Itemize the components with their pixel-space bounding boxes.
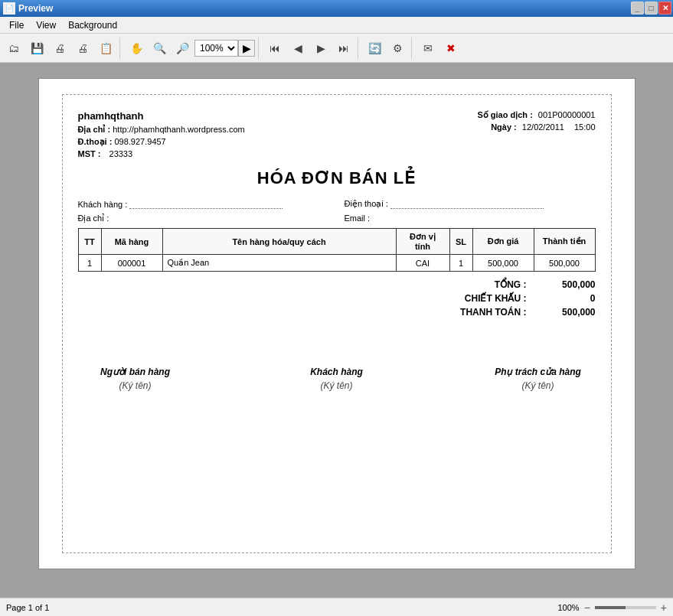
- document: phamhqthanh Địa chỉ : http://phamhqthanh…: [38, 78, 635, 569]
- cell-ma-hang: 000001: [101, 255, 162, 272]
- total-thanhtoan-row: THANH TOÁN : 500,000: [443, 307, 596, 318]
- phone-label: Đ.thoại :: [78, 137, 113, 146]
- invoice-title: HÓA ĐƠN BÁN LẺ: [78, 168, 596, 188]
- sig-subtitle: (Ký tên): [481, 380, 596, 391]
- first-page-button[interactable]: ⏮: [264, 37, 286, 59]
- signatures-section: Người bán hàng (Ký tên) Khách hàng (Ký t…: [78, 367, 596, 391]
- date-value: 12/02/2011: [522, 122, 564, 132]
- save-button[interactable]: 💾: [26, 37, 47, 59]
- thanhtoan-value: 500,000: [534, 307, 596, 318]
- transaction-row: Số giao dịch : 001P00000001: [477, 110, 595, 120]
- total-chietkhau-row: CHIẾT KHẤU : 0: [443, 293, 596, 304]
- customer-section2: Địa chỉ : Email :: [78, 213, 596, 223]
- thanhtoan-label: THANH TOÁN :: [443, 307, 534, 318]
- address-value: http://phamhqthanh.wordpress.com: [113, 125, 244, 134]
- time-value: 15:00: [574, 122, 596, 132]
- minimize-button[interactable]: _: [631, 2, 644, 15]
- col-don-vi: Đơn vị tính: [396, 229, 449, 255]
- table-header-row: TT Mã hàng Tên hàng hóa/quy cách Đơn vị …: [78, 229, 595, 255]
- zoom-increase-button[interactable]: +: [661, 601, 667, 614]
- zoom-slider-fill: [595, 606, 626, 609]
- menu-background[interactable]: Background: [62, 18, 123, 32]
- sig-title: Khách hàng: [279, 367, 394, 377]
- email-label: Email :: [345, 213, 371, 223]
- transaction-info: Số giao dịch : 001P00000001 Ngày : 12/02…: [477, 110, 595, 161]
- signature-block: Người bán hàng (Ký tên): [78, 367, 193, 391]
- close-button[interactable]: ✕: [658, 2, 671, 15]
- email-button[interactable]: ✉: [417, 37, 439, 59]
- col-thanh-tien: Thành tiền: [534, 229, 595, 255]
- table-row: 1 000001 Quần Jean CAI 1 500,000 500,000: [78, 255, 595, 272]
- address-row: Địa chỉ : http://phamhqthanh.wordpress.c…: [78, 125, 478, 135]
- customer-section: Khách hàng : Điện thoại :: [78, 199, 596, 209]
- col-ma-hang: Mã hàng: [101, 229, 162, 255]
- phone-value: 098.927.9457: [114, 137, 165, 146]
- customer-phone-field: [390, 199, 544, 209]
- zoom-out-button[interactable]: 🔎: [172, 37, 193, 59]
- status-bar: Page 1 of 1 100% − +: [0, 598, 673, 616]
- chietkhau-label: CHIẾT KHẤU :: [443, 293, 534, 304]
- separator4: [411, 37, 414, 59]
- customer-label: Khách hàng :: [78, 200, 128, 209]
- invoice-table: TT Mã hàng Tên hàng hóa/quy cách Đơn vị …: [78, 228, 596, 272]
- maximize-button[interactable]: □: [645, 2, 658, 15]
- separator3: [358, 37, 361, 59]
- menu-bar: File View Background: [0, 17, 673, 34]
- company-name: phamhqthanh: [78, 110, 478, 122]
- sig-title: Phụ trách cửa hàng: [481, 367, 596, 377]
- settings-button[interactable]: ⚙: [387, 37, 408, 59]
- col-ten-hang: Tên hàng hóa/quy cách: [162, 229, 396, 255]
- phone-row: Đ.thoại : 098.927.9457: [78, 137, 478, 147]
- cell-sl: 1: [449, 255, 472, 272]
- window-controls: _ □ ✕: [631, 2, 671, 15]
- zoom-decrease-button[interactable]: −: [584, 601, 590, 614]
- totals-table: TỔNG : 500,000 CHIẾT KHẤU : 0 THANH TOÁN…: [443, 279, 596, 321]
- zoom-apply-button[interactable]: ▶: [238, 40, 255, 57]
- menu-file[interactable]: File: [3, 18, 30, 32]
- window-title: Preview: [18, 3, 53, 14]
- main-area: phamhqthanh Địa chỉ : http://phamhqthanh…: [0, 63, 673, 598]
- app-icon: 📄: [3, 2, 15, 15]
- toolbar: 🗂 💾 🖨 🖨 📋 ✋ 🔍 🔎 100% 75% 150% 200% ▶ ⏮ ◀…: [0, 34, 673, 63]
- separator2: [258, 37, 261, 59]
- cell-tt: 1: [78, 255, 101, 272]
- address2-label: Địa chỉ :: [78, 213, 109, 223]
- open-file-button[interactable]: 🗂: [3, 37, 25, 59]
- zoom-slider[interactable]: [595, 606, 656, 609]
- toolbar-btn5[interactable]: 📋: [95, 37, 116, 59]
- header-section: phamhqthanh Địa chỉ : http://phamhqthanh…: [78, 110, 596, 161]
- date-label: Ngày :: [491, 122, 517, 132]
- signature-block: Phụ trách cửa hàng (Ký tên): [481, 367, 596, 391]
- totals-section: TỔNG : 500,000 CHIẾT KHẤU : 0 THANH TOÁN…: [78, 279, 596, 321]
- address-label: Địa chỉ :: [78, 125, 111, 134]
- prev-page-button[interactable]: ◀: [287, 37, 309, 59]
- company-info: phamhqthanh Địa chỉ : http://phamhqthanh…: [78, 110, 478, 161]
- customer-address-left: Địa chỉ :: [78, 213, 329, 223]
- sig-subtitle: (Ký tên): [78, 380, 193, 391]
- transaction-label: Số giao dịch :: [477, 110, 532, 119]
- cell-thanh-tien: 500,000: [534, 255, 595, 272]
- next-page-button[interactable]: ▶: [310, 37, 332, 59]
- phone2-label: Điện thoại :: [345, 199, 388, 208]
- customer-left: Khách hàng :: [78, 199, 329, 209]
- mst-row: MST : 23333: [78, 149, 478, 158]
- menu-view[interactable]: View: [30, 18, 62, 32]
- refresh-button[interactable]: 🔄: [364, 37, 385, 59]
- print-button[interactable]: 🖨: [72, 37, 93, 59]
- date-row: Ngày : 12/02/2011 15:00: [477, 122, 595, 132]
- last-page-button[interactable]: ⏭: [333, 37, 354, 59]
- customer-right: Điện thoại :: [345, 199, 596, 209]
- cell-ten-hang: Quần Jean: [162, 255, 396, 272]
- close-doc-button[interactable]: ✖: [440, 37, 462, 59]
- title-bar: 📄 Preview _ □ ✕: [0, 0, 673, 17]
- pan-button[interactable]: ✋: [126, 37, 147, 59]
- customer-email-right: Email :: [345, 213, 596, 223]
- customer-name-field: [129, 199, 283, 209]
- tong-label: TỔNG :: [443, 279, 534, 290]
- signature-block: Khách hàng (Ký tên): [279, 367, 394, 391]
- tong-value: 500,000: [534, 279, 596, 290]
- sig-title: Người bán hàng: [78, 367, 193, 377]
- zoom-in-button[interactable]: 🔍: [149, 37, 170, 59]
- zoom-select[interactable]: 100% 75% 150% 200%: [194, 40, 238, 57]
- print-setup-button[interactable]: 🖨: [49, 37, 70, 59]
